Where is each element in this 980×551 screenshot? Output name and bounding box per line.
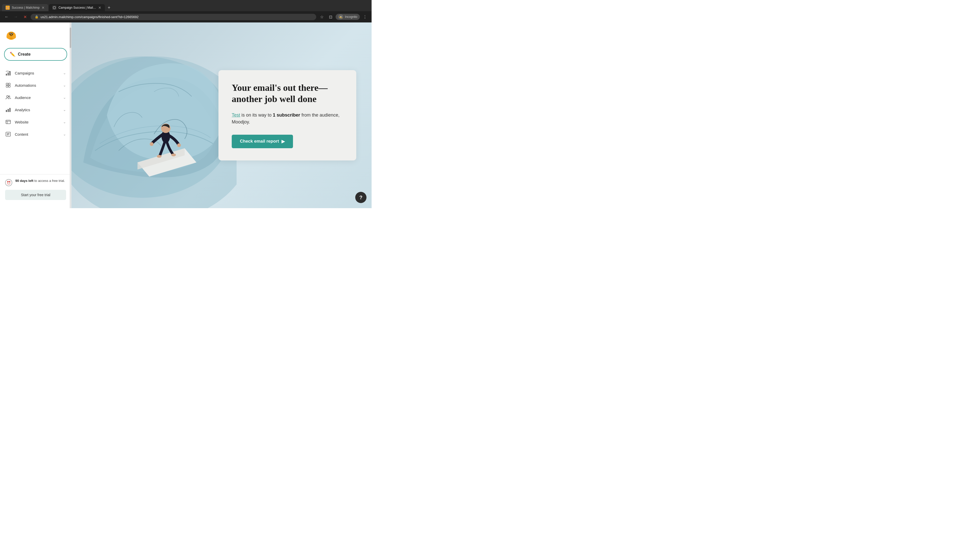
audience-chevron: ⌄ bbox=[63, 95, 66, 100]
campaigns-label: Campaigns bbox=[15, 71, 59, 75]
analytics-icon bbox=[5, 106, 11, 113]
svg-point-7 bbox=[12, 33, 13, 34]
automations-label: Automations bbox=[15, 83, 59, 87]
body-prefix: is on its way to bbox=[240, 113, 273, 118]
sidebar-item-audience[interactable]: Audience ⌄ bbox=[0, 91, 71, 103]
campaigns-chevron: ⌄ bbox=[63, 71, 66, 75]
forward-button[interactable]: → bbox=[12, 13, 19, 21]
sidebar-scroll-thumb bbox=[70, 27, 71, 48]
website-icon bbox=[5, 119, 11, 125]
sidebar-nav: Campaigns ⌄ Automations ⌄ Audience ⌄ bbox=[0, 67, 71, 174]
nav-actions: ☆ ⊡ 🕵 Incognito ⋮ bbox=[318, 13, 369, 21]
tab-bar: 🐵 Success | Mailchimp ✕ Campaign Success… bbox=[0, 0, 372, 11]
sidebar-logo[interactable] bbox=[0, 27, 71, 48]
sidebar-item-analytics[interactable]: Analytics ⌄ bbox=[0, 103, 71, 116]
svg-rect-14 bbox=[6, 83, 8, 85]
tab-2-title: Campaign Success | Mailchimp bbox=[59, 6, 96, 10]
svg-point-36 bbox=[150, 142, 154, 146]
sidebar-item-campaigns[interactable]: Campaigns ⌄ bbox=[0, 67, 71, 79]
svg-point-19 bbox=[9, 96, 10, 97]
menu-button[interactable]: ⋮ bbox=[361, 13, 369, 21]
svg-rect-12 bbox=[8, 73, 9, 76]
success-card: Your email's out there—another job well … bbox=[218, 70, 356, 160]
new-tab-button[interactable]: + bbox=[105, 4, 113, 11]
analytics-label: Analytics bbox=[15, 108, 59, 112]
svg-point-8 bbox=[8, 35, 10, 37]
tab-1-favicon: 🐵 bbox=[6, 6, 10, 10]
svg-rect-11 bbox=[6, 74, 7, 76]
tab-1-close[interactable]: ✕ bbox=[41, 6, 45, 10]
content-label: Content bbox=[15, 132, 59, 137]
success-title: Your email's out there—another job well … bbox=[232, 83, 343, 104]
svg-rect-20 bbox=[6, 110, 7, 112]
incognito-label: Incognito bbox=[345, 15, 357, 19]
nav-bar: ← → ✕ 🔒 us21.admin.mailchimp.com/campaig… bbox=[0, 11, 372, 22]
incognito-avatar: 🕵 bbox=[338, 14, 343, 19]
svg-point-10 bbox=[10, 38, 13, 39]
sidebar-footer: ⏰ 90 days left to access a free trial. S… bbox=[0, 174, 71, 204]
trial-info: ⏰ 90 days left to access a free trial. bbox=[5, 179, 66, 186]
svg-point-37 bbox=[177, 143, 181, 147]
check-report-label: Check email report bbox=[240, 139, 279, 144]
back-button[interactable]: ← bbox=[3, 13, 10, 21]
tab-2-close[interactable]: ✕ bbox=[98, 6, 101, 10]
content-chevron: ⌄ bbox=[63, 132, 66, 136]
incognito-badge: 🕵 Incognito bbox=[336, 14, 360, 20]
svg-rect-17 bbox=[8, 86, 10, 87]
surfer-illustration bbox=[72, 22, 237, 208]
tab-2-favicon bbox=[52, 6, 56, 10]
audience-icon bbox=[5, 94, 11, 100]
reload-button[interactable]: ✕ bbox=[21, 13, 29, 21]
sidebar-scrollbar[interactable] bbox=[70, 22, 71, 208]
svg-point-39 bbox=[171, 154, 176, 156]
trial-suffix: to access a free trial. bbox=[33, 179, 65, 183]
body-suffix: from the audience, bbox=[300, 113, 339, 118]
svg-rect-16 bbox=[6, 86, 8, 87]
svg-point-18 bbox=[6, 96, 8, 97]
bookmark-button[interactable]: ☆ bbox=[318, 13, 325, 21]
browser-chrome: 🐵 Success | Mailchimp ✕ Campaign Success… bbox=[0, 0, 372, 22]
split-screen-button[interactable]: ⊡ bbox=[327, 13, 334, 21]
svg-point-6 bbox=[10, 33, 11, 34]
audience-name: Moodjoy. bbox=[232, 119, 250, 124]
app-layout: ✏️ Create Campaigns ⌄ Automations ⌄ bbox=[0, 22, 372, 208]
main-content: Your email's out there—another job well … bbox=[72, 22, 372, 208]
svg-point-0 bbox=[53, 6, 56, 9]
sidebar-item-automations[interactable]: Automations ⌄ bbox=[0, 79, 71, 91]
automations-chevron: ⌄ bbox=[63, 83, 66, 87]
analytics-chevron: ⌄ bbox=[63, 108, 66, 112]
help-button[interactable]: ? bbox=[355, 192, 366, 203]
success-body: Test is on its way to 1 subscriber from … bbox=[232, 112, 343, 125]
svg-rect-22 bbox=[10, 108, 11, 112]
automations-icon bbox=[5, 82, 11, 88]
svg-rect-15 bbox=[8, 83, 10, 85]
create-icon: ✏️ bbox=[10, 52, 15, 57]
website-chevron: ⌄ bbox=[63, 120, 66, 124]
tab-1[interactable]: 🐵 Success | Mailchimp ✕ bbox=[2, 4, 48, 11]
check-email-report-button[interactable]: Check email report ▶ bbox=[232, 135, 293, 148]
website-label: Website bbox=[15, 120, 59, 124]
trial-text: 90 days left to access a free trial. bbox=[15, 179, 65, 183]
trial-icon: ⏰ bbox=[5, 179, 12, 186]
tab-1-title: Success | Mailchimp bbox=[12, 6, 40, 10]
check-report-arrow-icon: ▶ bbox=[282, 139, 285, 144]
svg-rect-21 bbox=[8, 109, 9, 112]
svg-point-9 bbox=[13, 35, 14, 37]
url-lock-icon: 🔒 bbox=[35, 15, 38, 19]
url-bar[interactable]: 🔒 us21.admin.mailchimp.com/campaigns/fin… bbox=[30, 14, 316, 20]
content-icon bbox=[5, 131, 11, 137]
trial-days: 90 days left bbox=[15, 179, 33, 183]
svg-rect-23 bbox=[6, 120, 11, 124]
create-label: Create bbox=[18, 52, 30, 57]
sidebar: ✏️ Create Campaigns ⌄ Automations ⌄ bbox=[0, 22, 72, 208]
sidebar-item-content[interactable]: Content ⌄ bbox=[0, 128, 71, 140]
campaign-link[interactable]: Test bbox=[232, 113, 240, 118]
svg-point-38 bbox=[157, 155, 161, 158]
hero-background: Your email's out there—another job well … bbox=[72, 22, 372, 208]
create-button[interactable]: ✏️ Create bbox=[4, 48, 67, 61]
campaigns-icon bbox=[5, 70, 11, 76]
tab-2[interactable]: Campaign Success | Mailchimp ✕ bbox=[49, 4, 105, 11]
audience-label: Audience bbox=[15, 95, 59, 100]
start-trial-button[interactable]: Start your free trial bbox=[5, 190, 66, 200]
sidebar-item-website[interactable]: Website ⌄ bbox=[0, 116, 71, 128]
